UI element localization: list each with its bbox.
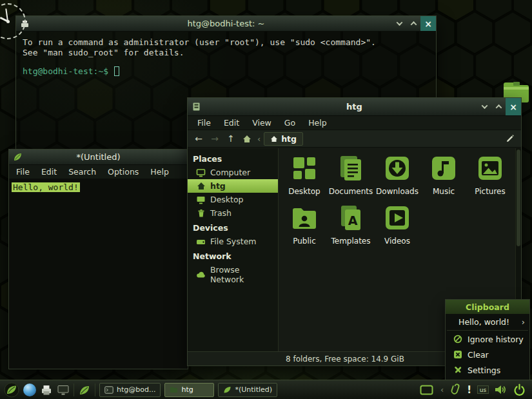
menu-edit[interactable]: Edit: [35, 166, 63, 178]
window-menu-button[interactable]: [477, 98, 491, 115]
sidebar-item-computer[interactable]: Computer: [188, 166, 278, 179]
pager-icon[interactable]: [420, 385, 433, 395]
places-header: Places: [188, 151, 278, 166]
terminal-titlebar[interactable]: htg@bodhi-test: ~ ×: [16, 16, 436, 32]
forward-button[interactable]: →: [208, 132, 222, 146]
network-cloud-icon: [196, 271, 206, 278]
music-folder-icon: [429, 154, 458, 185]
leaf-gadget-icon[interactable]: [78, 384, 91, 396]
folder-desktop[interactable]: Desktop: [281, 151, 328, 200]
places-sidebar: Places Computer htg Desktop: [188, 148, 279, 351]
printer-launcher-icon[interactable]: [40, 384, 53, 396]
downloads-folder-icon: [383, 154, 411, 185]
volume-icon[interactable]: [495, 384, 507, 395]
sidebar-item-trash[interactable]: Trash: [188, 206, 278, 220]
path-segment-home[interactable]: htg: [264, 132, 303, 146]
browser-launcher-icon[interactable]: [23, 384, 36, 396]
settings-tools-icon: [453, 365, 463, 375]
keyboard-layout-badge[interactable]: us: [477, 385, 489, 394]
taskbar-separator: [74, 384, 74, 396]
menu-options[interactable]: Options: [102, 166, 144, 178]
menu-help[interactable]: Help: [144, 166, 175, 178]
close-button[interactable]: ×: [420, 16, 436, 31]
terminal-cursor: [114, 66, 119, 76]
window-menu-button[interactable]: [392, 16, 406, 31]
file-manager-titlebar[interactable]: htg ×: [188, 98, 521, 116]
folder-pictures[interactable]: Pictures: [467, 151, 513, 200]
up-button[interactable]: ↑: [224, 132, 238, 146]
menu-file[interactable]: File: [10, 166, 35, 178]
menu-help[interactable]: Help: [302, 117, 333, 129]
folder-task-icon: [170, 386, 178, 393]
leaf-task-icon: [223, 385, 232, 394]
task-text-editor[interactable]: *(Untitled): [218, 383, 277, 397]
editor-title: *(Untitled): [9, 152, 188, 162]
editor-text-area[interactable]: Hello, world!: [9, 179, 188, 195]
scrollbar-thumb[interactable]: [517, 150, 520, 246]
clipboard-manager-paperclip-icon[interactable]: [451, 384, 461, 396]
sidebar-item-desktop[interactable]: Desktop: [188, 193, 278, 206]
folder-templates[interactable]: A Templates: [328, 200, 374, 250]
shade-button[interactable]: [406, 16, 420, 31]
folder-public[interactable]: Public: [281, 200, 328, 250]
sidebar-item-filesystem[interactable]: File System: [188, 235, 278, 248]
terminal-prompt: htg@bodhi-test:~$: [23, 66, 108, 77]
display-tool-icon[interactable]: [57, 384, 70, 396]
leaf-icon: [13, 152, 23, 162]
menu-search[interactable]: Search: [63, 166, 102, 178]
clipboard-entry[interactable]: Hello, world! ›: [446, 314, 529, 329]
menu-edit[interactable]: Edit: [218, 117, 245, 129]
menu-view[interactable]: View: [246, 117, 277, 129]
power-button[interactable]: [513, 384, 526, 396]
ignore-history-icon: [453, 335, 463, 344]
back-button[interactable]: ←: [192, 132, 206, 146]
menu-separator: [447, 330, 528, 331]
svg-text:A: A: [348, 213, 358, 228]
clear-icon: [453, 350, 463, 359]
videos-folder-icon: [383, 204, 411, 235]
tray-collapse-icon[interactable]: ‹: [439, 385, 445, 394]
settings-item[interactable]: Settings: [446, 362, 529, 378]
task-terminal[interactable]: htg@bod...: [99, 383, 161, 397]
ignore-history-item[interactable]: Ignore history: [446, 331, 529, 347]
clipboard-menu-title: Clipboard: [446, 300, 529, 314]
clear-item[interactable]: Clear: [446, 347, 529, 362]
path-scroll-left-icon[interactable]: ‹: [256, 134, 262, 144]
close-button[interactable]: ×: [506, 98, 521, 115]
documents-folder-icon: [337, 154, 365, 185]
file-manager-toolbar: ← → ↑ ‹ htg: [188, 130, 521, 148]
public-folder-icon: [290, 204, 319, 235]
sidebar-item-browse-network[interactable]: Browse Network: [188, 263, 278, 286]
terminal-task-icon: [104, 386, 113, 394]
clipboard-menu: Clipboard Hello, world! › Ignore history…: [446, 300, 529, 380]
menu-go[interactable]: Go: [279, 117, 301, 129]
bodhi-menu-button[interactable]: [4, 382, 19, 398]
editor-titlebar[interactable]: *(Untitled): [9, 150, 188, 165]
file-manager-menubar: File Edit View Go Help: [188, 116, 521, 130]
edit-path-button[interactable]: [503, 132, 517, 146]
sidebar-item-home[interactable]: htg: [188, 179, 278, 193]
terminal-output[interactable]: To run a command as administrator (user …: [16, 32, 436, 83]
pictures-folder-icon: [476, 154, 504, 185]
pencil-icon: [506, 134, 515, 143]
task-file-manager[interactable]: htg: [164, 383, 214, 397]
folder-music[interactable]: Music: [420, 151, 467, 200]
terminal-title: htg@bodhi-test: ~: [16, 19, 436, 28]
folder-downloads[interactable]: Downloads: [374, 151, 420, 200]
network-header: Network: [188, 248, 278, 263]
trash-icon: [196, 209, 206, 218]
taskbar-separator: [95, 384, 95, 396]
submenu-arrow-icon: ›: [522, 317, 525, 327]
alert-indicator[interactable]: !: [467, 384, 471, 396]
text-editor-window: *(Untitled) File Edit Search Options Hel…: [9, 150, 188, 369]
home-button[interactable]: [240, 132, 254, 146]
clock-center-dot: [6, 20, 10, 23]
shade-button[interactable]: [491, 98, 506, 115]
desktop-folder-icon: [290, 154, 319, 185]
folder-documents[interactable]: Documents: [328, 151, 374, 200]
file-manager-icon: [192, 102, 201, 112]
folder-videos[interactable]: Videos: [374, 200, 420, 250]
menu-file[interactable]: File: [192, 117, 217, 129]
editor-menubar: File Edit Search Options Help: [9, 165, 188, 179]
drive-icon: [196, 238, 206, 246]
